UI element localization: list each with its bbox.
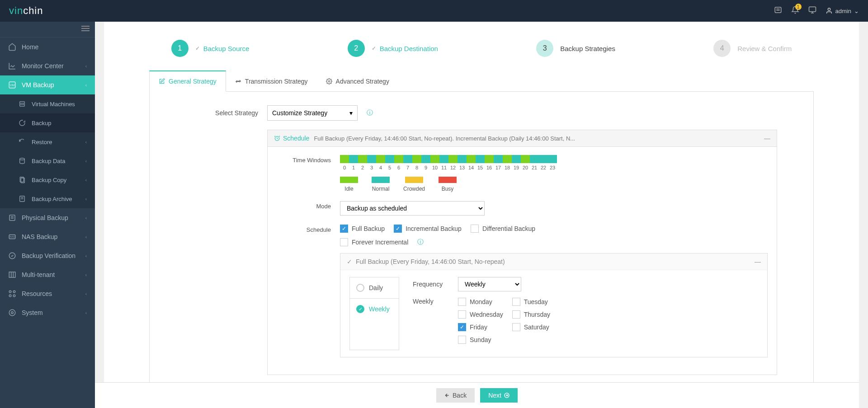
bell-icon[interactable]: 1	[791, 6, 799, 16]
strategy-select[interactable]: Customize Strategy	[267, 105, 358, 121]
freq-daily-tab[interactable]: Daily	[350, 277, 399, 299]
tab-advanced[interactable]: Advanced Strategy	[317, 70, 398, 91]
hour-tick: 11	[439, 165, 448, 170]
sidebar-item-label: Home	[22, 43, 38, 51]
sidebar-item-nas-backup[interactable]: NASNAS Backup‹	[0, 227, 95, 246]
day-thursday-checkbox[interactable]: Thursday	[512, 310, 550, 319]
forever-incremental-checkbox[interactable]: Forever Incremental	[340, 238, 408, 246]
logo: vinchin	[9, 5, 43, 17]
chk-label: Tuesday	[524, 298, 548, 305]
sub-panel-header[interactable]: ✓ Full Backup (Every Friday, 14:46:00 St…	[340, 253, 767, 270]
mode-select[interactable]: Backup as scheduled	[340, 201, 485, 216]
sidebar-item-label: NAS Backup	[22, 233, 57, 240]
day-sunday-checkbox[interactable]: Sunday	[458, 336, 503, 344]
time-segment	[421, 155, 430, 163]
btn-label: Back	[453, 392, 467, 399]
resources-icon	[8, 290, 16, 298]
sidebar-item-resources[interactable]: Resources‹	[0, 284, 95, 303]
day-wednesday-checkbox[interactable]: Wednesday	[458, 310, 503, 319]
check-icon: ✓	[195, 45, 200, 52]
time-segment	[412, 155, 421, 163]
step-2[interactable]: 2 ✓Backup Destination	[348, 40, 438, 57]
step-label: Review & Confirm	[737, 45, 792, 52]
full-backup-checkbox[interactable]: ✓Full Backup	[340, 225, 385, 233]
tab-transmission[interactable]: Transmission Strategy	[226, 70, 317, 91]
time-windows-label: Time Windows	[277, 155, 331, 164]
freq-tab-label: Weekly	[369, 305, 390, 313]
check-icon: ✓	[372, 45, 376, 52]
monitor-icon[interactable]	[808, 6, 816, 16]
freq-weekly-tab[interactable]: Weekly	[350, 299, 399, 319]
sidebar-item-label: Backup Data	[32, 158, 65, 164]
sidebar-item-label: Multi-tenant	[22, 271, 55, 278]
chevron-icon: ‹	[85, 272, 87, 277]
differential-backup-checkbox[interactable]: Differential Backup	[471, 225, 535, 233]
chevron-icon: ‹	[85, 64, 87, 69]
sidebar-sub-backup-data[interactable]: Backup Data‹	[0, 151, 95, 170]
step-num: 3	[536, 40, 553, 57]
sidebar-item-home[interactable]: Home	[0, 38, 95, 56]
sidebar-sub-restore[interactable]: Restore‹	[0, 132, 95, 151]
nas-icon: NAS	[8, 233, 16, 241]
check-icon: ✓	[347, 258, 352, 265]
hour-tick: 8	[412, 165, 421, 170]
sidebar-sub-backup[interactable]: Backup	[0, 113, 95, 132]
back-button[interactable]: Back	[436, 388, 475, 403]
sidebar-item-system[interactable]: System‹	[0, 303, 95, 322]
legend-label: Busy	[442, 186, 454, 192]
info-icon[interactable]: ⓘ	[367, 109, 373, 117]
tab-label: Advanced Strategy	[336, 78, 389, 85]
day-tuesday-checkbox[interactable]: Tuesday	[512, 298, 550, 306]
swatch-idle	[340, 177, 358, 183]
sidebar-item-vm-backup[interactable]: VMVM Backup‹	[0, 75, 95, 94]
step-1[interactable]: 1 ✓Backup Source	[171, 40, 250, 57]
incremental-backup-checkbox[interactable]: ✓Incremental Backup	[394, 225, 462, 233]
list-icon[interactable]	[774, 6, 782, 16]
swatch-crowded	[405, 177, 423, 183]
legend-label: Idle	[344, 186, 353, 192]
hour-tick: 6	[394, 165, 403, 170]
sidebar-item-multi-tenant[interactable]: Multi-tenant‹	[0, 265, 95, 284]
sidebar: HomeMonitor Center‹VMVM Backup‹Virtual M…	[0, 22, 95, 408]
day-friday-checkbox[interactable]: ✓Friday	[458, 323, 503, 331]
sidebar-sub-virtual-machines[interactable]: Virtual Machines	[0, 94, 95, 113]
hour-tick: 2	[358, 165, 367, 170]
hour-tick: 7	[403, 165, 412, 170]
next-button[interactable]: Next	[480, 388, 518, 403]
tab-general[interactable]: General Strategy	[149, 70, 226, 92]
verify-icon	[8, 252, 16, 260]
hour-tick: 15	[476, 165, 485, 170]
hour-tick: 23	[548, 165, 557, 170]
chk-label: Differential Backup	[482, 225, 535, 232]
sidebar-item-physical-backup[interactable]: Physical Backup‹	[0, 208, 95, 227]
day-saturday-checkbox[interactable]: Saturday	[512, 323, 550, 331]
sidebar-item-monitor-center[interactable]: Monitor Center‹	[0, 56, 95, 75]
step-4: 4 Review & Confirm	[713, 40, 792, 57]
info-icon[interactable]: ⓘ	[417, 238, 424, 246]
time-segment	[385, 155, 394, 163]
collapse-icon[interactable]: —	[755, 258, 761, 265]
day-monday-checkbox[interactable]: Monday	[458, 298, 503, 306]
frequency-select[interactable]: Weekly	[458, 277, 521, 291]
sidebar-item-backup-verification[interactable]: Backup Verification‹	[0, 246, 95, 265]
user-menu[interactable]: admin ⌄	[826, 7, 859, 14]
svg-point-34	[11, 312, 14, 314]
collapse-icon[interactable]: —	[764, 135, 770, 142]
time-segment	[530, 155, 539, 163]
hour-tick: 3	[367, 165, 376, 170]
sidebar-toggle[interactable]	[0, 22, 95, 38]
time-segment	[521, 155, 530, 163]
freq-tab-label: Daily	[369, 284, 383, 291]
legend-label: Normal	[372, 186, 390, 192]
sidebar-sub-backup-archive[interactable]: Backup Archive‹	[0, 189, 95, 208]
wizard-steps: 1 ✓Backup Source 2 ✓Backup Destination 3…	[122, 31, 841, 66]
schedule-panel-header[interactable]: Schedule Full Backup (Every Friday, 14:4…	[268, 130, 777, 147]
weekly-label: Weekly	[413, 298, 449, 305]
time-segment	[349, 155, 358, 163]
tab-label: Transmission Strategy	[245, 78, 308, 85]
chk-label: Thursday	[524, 311, 550, 318]
sub-icon	[18, 100, 26, 108]
sidebar-sub-backup-copy[interactable]: Backup Copy‹	[0, 170, 95, 189]
arrow-left-icon	[444, 393, 450, 398]
chevron-down-icon: ⌄	[854, 8, 859, 14]
